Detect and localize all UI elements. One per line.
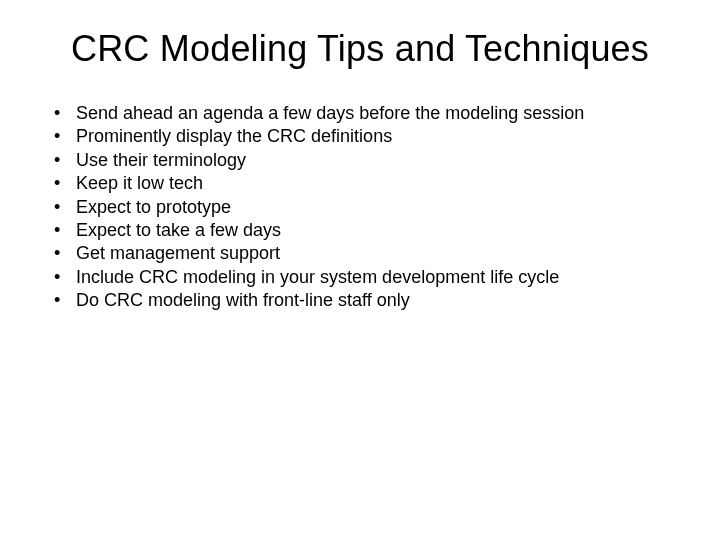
bullet-list: Send ahead an agenda a few days before t… <box>36 102 684 313</box>
list-item: Send ahead an agenda a few days before t… <box>54 102 684 125</box>
list-item: Expect to prototype <box>54 196 684 219</box>
list-item: Prominently display the CRC definitions <box>54 125 684 148</box>
list-item: Get management support <box>54 242 684 265</box>
list-item: Do CRC modeling with front-line staff on… <box>54 289 684 312</box>
list-item: Include CRC modeling in your system deve… <box>54 266 684 289</box>
list-item: Expect to take a few days <box>54 219 684 242</box>
slide-title: CRC Modeling Tips and Techniques <box>36 28 684 70</box>
list-item: Keep it low tech <box>54 172 684 195</box>
slide: CRC Modeling Tips and Techniques Send ah… <box>0 0 720 540</box>
list-item: Use their terminology <box>54 149 684 172</box>
